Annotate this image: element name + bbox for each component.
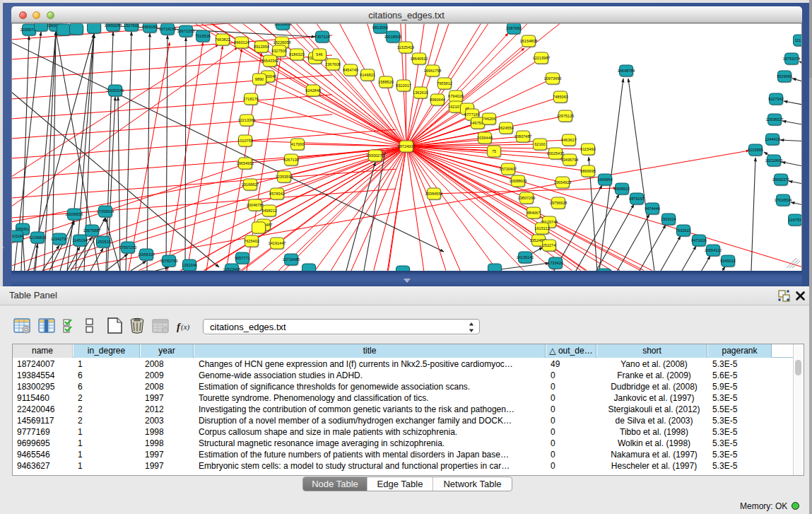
svg-text:7663822: 7663822	[215, 37, 230, 42]
svg-text:9242848: 9242848	[305, 88, 321, 93]
svg-text:10719155: 10719155	[159, 27, 177, 31]
svg-text:2933114: 2933114	[661, 217, 676, 221]
svg-text:1244419: 1244419	[765, 137, 780, 141]
svg-text:7515526: 7515526	[195, 34, 211, 38]
svg-text:8578342: 8578342	[269, 192, 285, 196]
svg-text:16033809: 16033809	[274, 23, 292, 26]
svg-text:12923468: 12923468	[223, 267, 241, 271]
svg-text:19218506: 19218506	[384, 35, 402, 39]
svg-text:19384554: 19384554	[425, 192, 443, 196]
svg-text:9474444: 9474444	[645, 206, 660, 211]
svg-text:6966160: 6966160	[142, 25, 158, 29]
svg-text:10210663: 10210663	[765, 158, 783, 163]
svg-text:7625402: 7625402	[244, 239, 259, 243]
svg-text:17016504: 17016504	[775, 198, 792, 202]
svg-text:3915184: 3915184	[11, 234, 24, 238]
svg-text:1640954: 1640954	[597, 177, 613, 182]
svg-text:12975125: 12975125	[557, 114, 575, 118]
svg-text:75: 75	[492, 149, 496, 153]
svg-text:10688609: 10688609	[510, 179, 527, 183]
svg-text:19300273: 19300273	[367, 153, 384, 158]
svg-text:1250515: 1250515	[95, 240, 111, 244]
svg-text:11123: 11123	[795, 38, 802, 42]
svg-text:13716485: 13716485	[283, 257, 300, 262]
svg-text:11325419: 11325419	[397, 45, 414, 49]
svg-text:17359924: 17359924	[97, 209, 114, 214]
svg-text:3624554: 3624554	[498, 126, 514, 130]
svg-text:12353594: 12353594	[276, 175, 293, 179]
svg-text:8186323: 8186323	[289, 52, 305, 57]
svg-text:20053346: 20053346	[107, 88, 124, 93]
svg-text:1733426: 1733426	[548, 261, 563, 265]
svg-text:13807299: 13807299	[518, 196, 536, 200]
svg-text:11958107: 11958107	[138, 252, 155, 257]
svg-text:9115460: 9115460	[580, 147, 595, 151]
svg-text:13495794: 13495794	[561, 158, 579, 162]
svg-text:1145194: 1145194	[72, 238, 87, 243]
svg-text:19654952: 19654952	[237, 161, 254, 165]
svg-text:14191447: 14191447	[269, 241, 286, 245]
svg-text:7632621: 7632621	[676, 228, 691, 233]
svg-text:10654112: 10654112	[705, 248, 722, 252]
svg-text:252274: 252274	[543, 243, 556, 247]
svg-text:18640910: 18640910	[411, 57, 428, 61]
svg-text:2367608: 2367608	[325, 62, 341, 66]
svg-text:13654923: 13654923	[554, 180, 572, 185]
svg-text:9327505: 9327505	[271, 49, 287, 53]
svg-text:17957253: 17957253	[119, 245, 137, 250]
svg-text:8454749: 8454749	[343, 68, 358, 72]
svg-text:9529966: 9529966	[777, 74, 792, 78]
svg-text:3498212: 3498212	[261, 209, 277, 213]
svg-text:9899695: 9899695	[580, 169, 596, 173]
svg-text:10025433: 10025433	[547, 151, 565, 156]
svg-text:12342797: 12342797	[51, 237, 69, 241]
svg-text:417006: 417006	[291, 142, 305, 146]
svg-text:8322017: 8322017	[396, 83, 411, 88]
svg-text:12156829: 12156829	[29, 235, 47, 240]
svg-text:9227342: 9227342	[768, 97, 784, 101]
svg-text:1292346: 1292346	[182, 263, 197, 267]
svg-text:8215955: 8215955	[748, 148, 763, 152]
svg-text:19166827: 19166827	[242, 182, 259, 187]
svg-text:18724007: 18724007	[398, 144, 416, 148]
svg-text:10046786: 10046786	[247, 203, 264, 207]
svg-text:2036448: 2036448	[477, 136, 493, 140]
svg-text:1010755: 1010755	[237, 139, 253, 143]
svg-text:10973493: 10973493	[544, 76, 562, 81]
svg-text:2718176: 2718176	[243, 97, 259, 101]
svg-text:15751074: 15751074	[783, 57, 801, 61]
svg-text:13975887: 13975887	[83, 228, 101, 233]
svg-text:15692371: 15692371	[772, 177, 790, 182]
svg-text:9777169: 9777169	[464, 112, 480, 117]
svg-text:19756928: 19756928	[550, 201, 567, 205]
svg-text:1362615: 1362615	[413, 90, 428, 95]
svg-text:9657771: 9657771	[235, 256, 250, 260]
svg-text:2087682: 2087682	[506, 26, 522, 30]
svg-text:1588520: 1588520	[378, 80, 394, 84]
svg-text:62160: 62160	[534, 142, 546, 146]
svg-text:10807487: 10807487	[514, 134, 532, 139]
svg-text:7485063: 7485063	[553, 95, 568, 99]
svg-text:116753: 116753	[789, 218, 801, 222]
svg-text:1527602: 1527602	[124, 23, 139, 28]
svg-text:8471626: 8471626	[691, 238, 707, 243]
svg-text:12213369: 12213369	[238, 118, 256, 122]
svg-text:16961758: 16961758	[424, 69, 442, 73]
svg-text:884067: 884067	[527, 211, 541, 215]
svg-text:12213987: 12213987	[533, 56, 551, 60]
svg-text:746206: 746206	[483, 117, 496, 121]
svg-text:6794028: 6794028	[448, 94, 464, 98]
svg-text:15720407: 15720407	[500, 167, 517, 171]
svg-text:9890: 9890	[255, 77, 264, 81]
svg-text:9146821: 9146821	[360, 73, 375, 77]
svg-text:15226058: 15226058	[273, 40, 291, 45]
svg-text:7955812: 7955812	[437, 81, 452, 86]
svg-text:1615112: 1615112	[534, 226, 549, 230]
svg-text:8813054: 8813054	[372, 25, 388, 30]
svg-text:9245012: 9245012	[720, 259, 736, 263]
svg-text:10782759: 10782759	[160, 259, 178, 263]
svg-text:6879197: 6879197	[629, 197, 645, 201]
svg-text:20206556: 20206556	[66, 212, 83, 216]
svg-text:14136141: 14136141	[517, 255, 534, 259]
svg-text:16543362: 16543362	[261, 59, 279, 63]
